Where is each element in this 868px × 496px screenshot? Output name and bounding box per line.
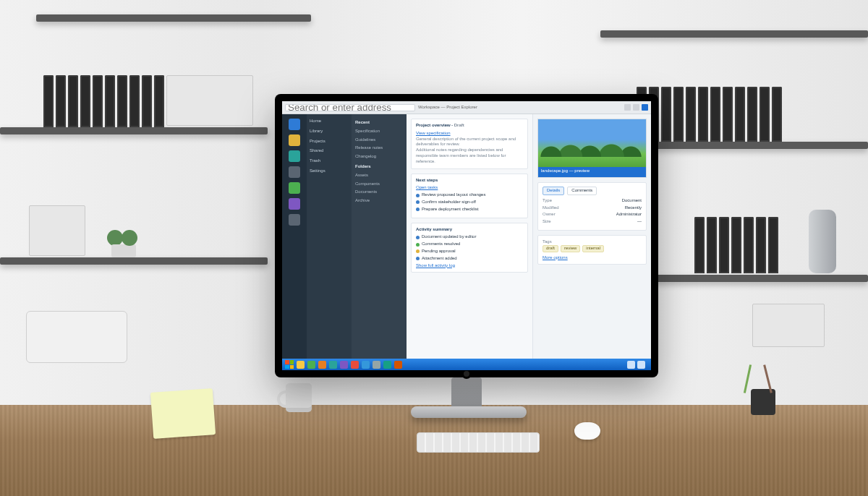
nav-item[interactable]: Projects [310, 139, 349, 145]
tab-comments[interactable]: Comments [567, 187, 597, 195]
printer [26, 311, 127, 363]
next-steps-card: Next steps Open tasks Review proposed la… [411, 174, 528, 218]
nav-item[interactable]: Trash [310, 158, 349, 164]
close-button[interactable] [642, 104, 648, 111]
clipboard-icon[interactable] [289, 166, 300, 178]
open-tasks-link[interactable]: Open tasks [416, 185, 438, 189]
network-icon[interactable] [627, 361, 635, 369]
monitor-stand-base [411, 406, 527, 418]
monitor-brand-logo [461, 369, 472, 379]
nav-item[interactable]: Library [310, 129, 349, 134]
explorer-list: RecentSpecificationGuidelinesRelease not… [352, 114, 407, 359]
settings-icon[interactable] [289, 214, 300, 226]
main-content: Project overview · Draft View specificat… [407, 114, 532, 359]
monitor: Workspace — Project Explorer HomeLibrary… [275, 94, 658, 377]
taskbar-app-store[interactable] [329, 361, 337, 369]
sticky-notes [150, 388, 216, 439]
system-tray [627, 361, 648, 369]
pencil-holder [746, 370, 781, 415]
nav-sidebar: HomeLibraryProjectsSharedTrashSettings [307, 114, 352, 359]
taskbar-app-browser[interactable] [307, 361, 315, 369]
taskbar-app-editor[interactable] [340, 361, 348, 369]
folder-icon[interactable] [289, 134, 300, 146]
address-bar[interactable] [285, 104, 415, 111]
nav-item[interactable]: Shared [310, 148, 349, 154]
clock[interactable] [647, 362, 648, 367]
details-pane: landscape.jpg — preview Details Comments… [532, 114, 651, 359]
list-item[interactable]: Archive [355, 198, 403, 204]
details-panel: Details Comments TypeDocumentModifiedRec… [537, 182, 647, 231]
show-log-link[interactable]: Show full activity log [416, 263, 455, 268]
desktop-screen: Workspace — Project Explorer HomeLibrary… [282, 101, 651, 370]
list-item[interactable]: Guidelines [355, 137, 403, 143]
list-item[interactable]: Release notes [355, 145, 403, 151]
storage-box [166, 75, 253, 126]
preview-caption: landscape.jpg — preview [538, 167, 646, 177]
taskbar-app-calendar[interactable] [383, 361, 391, 369]
tag[interactable]: review [561, 245, 580, 252]
taskbar-app-photos[interactable] [373, 361, 380, 369]
tab-details[interactable]: Details [542, 187, 564, 195]
list-group-heading: Recent [355, 120, 403, 126]
step-item: Prepare deployment checklist [416, 207, 523, 213]
plant [101, 224, 146, 257]
taskbar [282, 359, 651, 370]
database-icon[interactable] [289, 182, 300, 194]
maximize-button[interactable] [633, 104, 639, 111]
nav-item[interactable]: Settings [310, 168, 349, 174]
taskbar-app-explorer[interactable] [297, 361, 305, 369]
meta-row: Size— [542, 219, 642, 225]
meta-row: ModifiedRecently [542, 205, 642, 211]
volume-icon[interactable] [637, 361, 645, 369]
start-button[interactable] [285, 360, 294, 369]
card-body: Additional notes regarding dependencies … [416, 147, 523, 164]
window-title: Workspace — Project Explorer [418, 105, 477, 111]
activity-item: Comments resolved [416, 241, 523, 247]
activity-item: Attachment added [416, 256, 523, 262]
home-icon[interactable] [289, 119, 300, 130]
list-item[interactable]: Changelog [355, 154, 403, 160]
activity-card: Activity summary Document updated by edi… [411, 223, 528, 273]
card-heading: Project overview [416, 123, 451, 127]
nav-item[interactable]: Home [310, 119, 349, 124]
mail-icon[interactable] [289, 150, 300, 162]
taskbar-app-terminal[interactable] [351, 361, 359, 369]
list-group-heading: Folders [355, 164, 403, 170]
tag[interactable]: draft [542, 245, 558, 252]
view-spec-link[interactable]: View specification [416, 131, 451, 135]
tags-panel: Tags draftreviewinternal More options [537, 235, 647, 265]
tag[interactable]: internal [582, 245, 604, 252]
extensions-icon[interactable] [289, 198, 300, 210]
list-item[interactable]: Components [355, 181, 403, 187]
meta-row: OwnerAdministrator [542, 212, 642, 218]
activity-item: Document updated by editor [416, 234, 523, 240]
card-heading: Next steps [416, 178, 523, 184]
storage-box [29, 205, 85, 256]
storage-box [752, 304, 825, 347]
card-heading: Activity summary [416, 227, 523, 233]
shelf [0, 127, 268, 134]
binders [694, 217, 778, 273]
taskbar-app-mail[interactable] [318, 361, 326, 369]
computer-mouse [574, 422, 600, 440]
minimize-button[interactable] [624, 104, 631, 111]
coffee-mug [286, 383, 312, 412]
taskbar-app-music[interactable] [362, 361, 370, 369]
activity-item: Pending approval [416, 249, 523, 255]
tags-label: Tags [542, 239, 642, 245]
office-scene: Workspace — Project Explorer HomeLibrary… [0, 0, 868, 496]
binders [43, 75, 164, 127]
step-item: Confirm stakeholder sign-off [416, 200, 523, 205]
shelf [36, 14, 311, 22]
taskbar-app-notes[interactable] [394, 361, 402, 369]
image-preview[interactable]: landscape.jpg — preview [537, 119, 647, 178]
list-item[interactable]: Assets [355, 173, 403, 179]
card-sublabel: Draft [454, 123, 464, 127]
more-options-link[interactable]: More options [542, 255, 568, 260]
card-body: General description of the current proje… [416, 137, 523, 148]
overview-card: Project overview · Draft View specificat… [411, 119, 528, 169]
list-item[interactable]: Specification [355, 129, 403, 134]
thermos [809, 210, 836, 273]
list-item[interactable]: Documents [355, 189, 403, 195]
shelf [0, 257, 268, 265]
